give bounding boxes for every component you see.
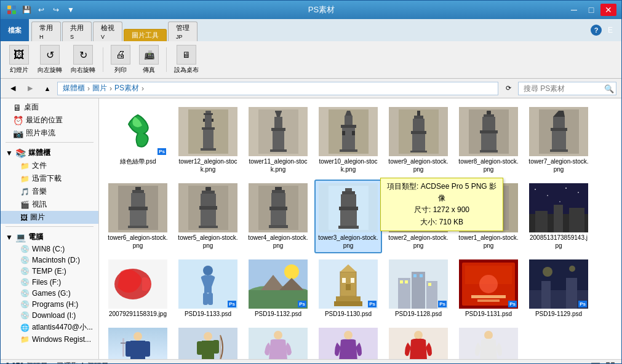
file-item-tower4[interactable]: tower4_alegion-stock.png <box>244 180 312 253</box>
file-item-redsplash[interactable]: 2007929115831​9.jpg <box>104 256 172 322</box>
file-item-psd1129[interactable]: Ps PSD19-1129.psd <box>525 256 592 322</box>
tab-picture-tools[interactable]: 圖片工具 <box>124 29 167 41</box>
file-item-tower12[interactable]: tower12_alegion-stock.png <box>174 103 242 177</box>
ribbon-btn-rotate-left[interactable]: ↺ 向左旋轉 <box>34 44 66 76</box>
forward-button[interactable]: ▶ <box>23 82 38 95</box>
sidebar-item-gamesg[interactable]: 💿 Games (G:) <box>1 288 98 299</box>
sidebar-item-desktop[interactable]: 🖥 桌面 <box>1 101 98 114</box>
file-item-char3[interactable]: ... <box>244 324 312 359</box>
svg-rect-10 <box>203 130 213 148</box>
redo-quick-btn[interactable]: ↪ <box>50 4 62 16</box>
sidebar-item-winreg[interactable]: 📁 Windows Regist... <box>1 334 98 345</box>
file-item-green-psd[interactable]: Ps 綠色絲帶.psd <box>104 103 172 177</box>
ribbon-btn-setwallpaper[interactable]: 🖥 設為桌布 <box>170 44 202 76</box>
file-item-tower9[interactable]: tower9_alegion-stock.png <box>385 103 452 177</box>
tab-manage[interactable]: 管理JP <box>168 22 197 41</box>
hdd-g-icon: 💿 <box>20 289 30 298</box>
back-button[interactable]: ◀ <box>6 82 20 95</box>
file-item-tower7[interactable]: tower7_alegion-stock.png <box>525 103 592 177</box>
sidebar-item-photostream[interactable]: 📷 照片串流 <box>1 127 98 140</box>
tab-share[interactable]: 共用S <box>62 22 92 41</box>
close-button[interactable]: ✕ <box>600 4 616 16</box>
minimize-button[interactable]: ─ <box>566 4 582 16</box>
sidebar-item-macintoshd[interactable]: 💿 Macintosh (D:) <box>1 255 98 266</box>
file-item-tower2[interactable]: tower2_alegion-stock.png <box>385 180 452 253</box>
sidebar-item-download[interactable]: 📁 迅雷下載 <box>1 172 98 185</box>
file-item-tower10[interactable]: tower10_alegion-stock.png <box>314 103 382 177</box>
save-quick-btn[interactable]: 💾 <box>20 4 33 16</box>
sidebar-item-programsh[interactable]: 💿 Programs (H:) <box>1 299 98 310</box>
path-part-ps[interactable]: PS素材 <box>114 83 139 93</box>
search-input[interactable] <box>518 82 616 95</box>
up-button[interactable]: ▲ <box>40 82 55 95</box>
svg-rect-118 <box>336 296 361 301</box>
svg-rect-34 <box>412 134 425 151</box>
ribbon-btn-fax[interactable]: 📠 傳真 <box>135 44 162 76</box>
quick-access-btn[interactable] <box>6 4 18 16</box>
file-thumb-tower4 <box>249 183 308 232</box>
search-icon[interactable]: 🔍 <box>604 84 614 93</box>
file-item-char5[interactable]: ... <box>385 324 452 359</box>
sidebar-item-filesf[interactable]: 💿 Files (F:) <box>1 277 98 288</box>
sidebar-item-downloadi[interactable]: 💿 Download (I:) <box>1 310 98 321</box>
file-item-tower1[interactable]: tower1_alegion-stock.png <box>455 180 522 253</box>
tab-home[interactable]: 常用H <box>31 22 61 41</box>
sidebar-item-atlantis[interactable]: 🌐 atlantis4470@小... <box>1 321 98 334</box>
view-large-icons-btn[interactable] <box>604 361 616 365</box>
file-item-tower5[interactable]: tower5_alegion-stock.png <box>174 180 242 253</box>
ribbon-expand-btn[interactable]: E <box>604 24 616 36</box>
file-item-tower8[interactable]: tower8_alegion-stock.png <box>455 103 522 177</box>
file-item-char2[interactable]: ... <box>174 324 242 359</box>
file-item-char4[interactable]: ... <box>314 324 382 359</box>
svg-rect-58 <box>202 191 215 194</box>
sidebar-item-recent[interactable]: ⏰ 最近的位置 <box>1 114 98 127</box>
svg-rect-109 <box>208 293 213 305</box>
sidebar-item-documents[interactable]: 📁 文件 <box>1 159 98 172</box>
tab-view[interactable]: 檢視V <box>93 22 122 41</box>
file-item-tower6[interactable]: tower6_alegion-stock.png <box>104 180 172 253</box>
file-item-psd1132[interactable]: Ps PSD19-1132.psd <box>244 256 312 322</box>
help-btn[interactable]: ? <box>591 25 602 36</box>
file-tab-button[interactable]: 檔案 <box>1 19 29 41</box>
file-item-psd1131[interactable]: Ps PSD19-1131.psd <box>455 256 522 322</box>
file-item-tower11[interactable]: tower11_alegion-stock.png <box>244 103 312 177</box>
file-item-char6[interactable]: ... <box>455 324 522 359</box>
hdd-h-icon: 💿 <box>20 300 30 309</box>
svg-rect-28 <box>352 131 355 135</box>
ribbon-btn-1[interactable]: 🖼 幻燈片 <box>6 44 33 76</box>
view-details-btn[interactable] <box>589 361 602 365</box>
pictures-icon: 🖼 <box>20 213 28 222</box>
address-path[interactable]: 媒體櫃 › 圖片 › PS素材 › <box>57 82 498 95</box>
path-part-pictures[interactable]: 圖片 <box>92 83 107 93</box>
file-name-tower12: tower12_alegion-stock.png <box>178 157 238 173</box>
file-item-char1[interactable]: ... <box>104 324 172 359</box>
svg-point-139 <box>543 267 552 277</box>
svg-rect-147 <box>126 341 132 357</box>
sidebar-item-win8c[interactable]: 💿 WIN8 (C:) <box>1 243 98 255</box>
svg-rect-78 <box>413 187 424 191</box>
file-item-tower3[interactable]: tower3_alegion-stock.png 項目類型: ACDSee Pr… <box>314 180 382 253</box>
file-item-psd1133[interactable]: Ps PSD19-1133.psd <box>174 256 242 322</box>
svg-point-140 <box>569 266 575 272</box>
maximize-button[interactable]: □ <box>583 4 599 16</box>
svg-rect-119 <box>334 301 362 306</box>
path-part-library[interactable]: 媒體櫃 <box>63 83 85 93</box>
ribbon-btn-rotate-right[interactable]: ↻ 向右旋轉 <box>67 44 99 76</box>
undo-quick-btn[interactable]: ↩ <box>35 4 47 16</box>
sidebar-item-video[interactable]: 🎬 視訊 <box>1 198 98 211</box>
file-thumb-psd1128: Ps <box>389 259 448 309</box>
svg-rect-151 <box>122 338 124 357</box>
svg-point-97 <box>559 201 560 202</box>
svg-point-135 <box>479 275 498 293</box>
ribbon-btn-print[interactable]: 🖨 列印 <box>107 44 134 76</box>
refresh-button[interactable]: ⟳ <box>501 82 516 95</box>
hdd-i-icon: 💿 <box>20 311 30 320</box>
sidebar-item-pictures[interactable]: 🖼 圖片 <box>1 211 98 224</box>
file-item-2008jpg[interactable]: 2008513173859143.jpg <box>525 180 592 253</box>
sidebar-item-music[interactable]: 🎵 音樂 <box>1 185 98 198</box>
file-name-tower9: tower9_alegion-stock.png <box>388 157 449 173</box>
quick-access-dropdown[interactable]: ▼ <box>65 4 77 16</box>
sidebar-item-tempe[interactable]: 💿 TEMP (E:) <box>1 266 98 277</box>
file-item-psd1128[interactable]: Ps PSD19-1128.psd <box>385 256 452 322</box>
file-item-psd1130[interactable]: Ps PSD19-1130.psd <box>314 256 382 322</box>
